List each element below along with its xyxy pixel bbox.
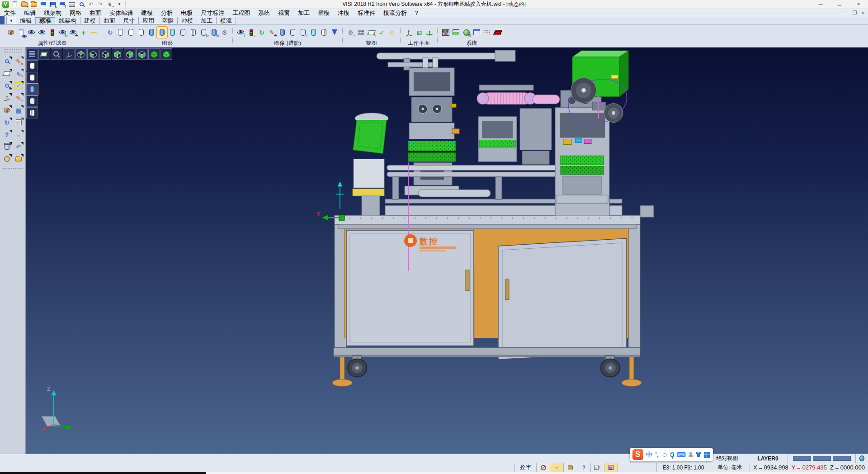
shaded-edges-mode-icon[interactable] [157,27,167,38]
wireframe-mode-icon[interactable] [115,27,126,38]
grid-settings-icon[interactable] [492,27,503,38]
menu-wireframe[interactable]: 线架构 [40,9,66,17]
shaded-cylinder-icon[interactable] [26,84,38,95]
menu-solid-edit[interactable]: 实体编辑 [105,9,137,17]
sogou-logo-icon[interactable]: S [632,449,643,460]
measure-distance-icon[interactable]: ↔ [13,129,24,140]
filter-add-icon[interactable]: + [26,27,37,38]
zoom-extents-icon[interactable]: ± [1,81,12,91]
open-file-icon[interactable]: ▸ [20,1,28,8]
filter-remove-icon[interactable]: − [37,27,47,38]
view-right-cube-icon[interactable] [136,48,148,60]
adv-hatched-icon[interactable] [319,27,329,38]
hidden-line-mode-icon[interactable] [126,27,136,38]
tab-standard[interactable]: 标准 [36,17,55,24]
advanced-refresh-icon[interactable]: ↻ [256,27,267,38]
ime-keyboard-icon[interactable]: ⌨ [677,451,686,458]
visi-logo-icon[interactable]: V [1,1,9,8]
view-front-cube-icon[interactable] [99,48,111,60]
minimize-button[interactable]: ─ [811,0,830,9]
snap-settings-icon[interactable]: ＋ [482,27,492,38]
new-file-icon[interactable] [11,1,19,8]
solid-cube-icon[interactable] [13,117,24,128]
hatched-cylinder-icon[interactable] [26,107,38,118]
ime-mic-icon[interactable] [670,452,674,457]
view-attributes-icon[interactable] [16,27,26,38]
delete-trash-icon[interactable] [1,142,12,152]
ucs-axes-icon[interactable] [1,93,12,103]
spline-draw-icon[interactable]: ∿✎ [13,68,24,79]
adv-flat-icon[interactable] [288,27,298,38]
system-settings-icon[interactable]: ⚙ [461,27,472,38]
menu-standard-parts[interactable]: 标准件 [354,9,379,17]
panel-grip[interactable] [4,49,22,52]
status-help-icon[interactable]: ? [577,463,590,472]
ime-toolbox-icon[interactable] [704,452,710,458]
delete-cube-icon[interactable]: ✕ [590,463,604,472]
menu-machining[interactable]: 加工 [294,9,314,17]
view-back-cube-icon[interactable] [112,48,123,60]
menu-analysis[interactable]: 分析 [157,9,177,17]
close-button[interactable]: × [849,0,868,9]
machine-3d-scene[interactable]: Y 数控 Z [26,47,868,454]
ime-account-icon[interactable] [689,452,693,457]
session-macro-icon[interactable]: ♞~ [106,1,114,8]
tab-edit[interactable]: 编辑 [16,17,36,24]
no-snap-icon[interactable] [536,463,550,472]
hidden-line-cylinder-icon[interactable] [26,72,38,83]
advanced-view-add-icon[interactable]: + [236,27,246,38]
tab-dimension[interactable]: 尺寸 [119,17,139,24]
magic-wand-icon[interactable]: ⌁ [550,463,563,472]
tab-machining[interactable]: 加工 [197,17,217,24]
3d-viewport[interactable]: Y 数控 Z [26,47,868,454]
view-tools-icon[interactable]: ⚙⌁ [345,27,356,38]
background-image-icon[interactable] [451,27,461,38]
snap-lock-toggle[interactable]: 拴牢 [514,463,536,472]
tab-wireframe[interactable]: 线架构 [55,17,80,24]
workplane-move-icon[interactable] [424,27,434,38]
mdi-minimize-button[interactable]: ─ [844,10,848,16]
refresh-visibility-icon[interactable]: ↻ [57,27,68,38]
menu-window[interactable]: 视窗 [274,9,294,17]
undo-gray-icon[interactable]: ↶ [13,142,24,152]
view-iso-cube-icon[interactable] [148,48,160,60]
dynamic-cube-icon[interactable] [604,463,618,472]
flat-mode-icon[interactable] [178,27,188,38]
color-palette-grid-icon[interactable] [440,27,451,38]
maximize-button[interactable]: □ [830,0,849,9]
menu-mould[interactable]: 塑模 [314,9,334,17]
window-config-icon[interactable] [472,27,482,38]
save-icon[interactable] [39,1,47,8]
adv-validate-icon[interactable]: ✓ [298,27,308,38]
machine-model[interactable] [332,50,654,386]
adv-cone-icon[interactable] [329,27,340,38]
zoom-window-icon[interactable] [38,48,50,60]
dashed-hidden-mode-icon[interactable] [136,27,146,38]
save-all-icon[interactable]: ↑ [58,1,66,8]
view-left-cube-icon[interactable] [124,48,136,60]
tab-overflow-dropdown[interactable]: ▼ [6,17,16,24]
open-folder-icon[interactable] [13,154,24,164]
help-icon[interactable]: ? [1,129,12,140]
ime-punctuation[interactable]: ’, [655,451,659,458]
print-icon[interactable] [68,1,76,8]
advanced-traffic-icon[interactable]: ▫ [246,27,256,38]
workplane-align-icon[interactable] [414,27,424,38]
tab-mould[interactable]: 塑膜 [158,17,178,24]
layer-indicator[interactable]: LAYER0 [748,454,788,463]
view-shaded-cube-icon[interactable] [160,48,172,60]
view-top-cube-icon[interactable] [75,48,87,60]
ime-emoji-icon[interactable]: ☺ [661,451,668,458]
menu-mesh[interactable]: 网格 [66,9,85,17]
tab-modeling[interactable]: 建模 [80,17,100,24]
view-sketch-icon[interactable]: ✎ [366,27,377,38]
wireframe-cylinder-icon[interactable] [26,60,38,71]
view-smiley-icon[interactable]: ☺ [387,27,397,38]
menu-file[interactable]: 文件 [0,9,20,17]
curve-edit-icon[interactable]: ✎~ [13,93,24,103]
confirm-check-icon[interactable]: ✓ [13,81,24,91]
hide-all-icon[interactable]: — [89,27,99,38]
transparent-mode-icon[interactable] [167,27,178,38]
menu-surface[interactable]: 曲面 [85,9,105,17]
menu-drafting[interactable]: 工程图 [228,9,254,17]
